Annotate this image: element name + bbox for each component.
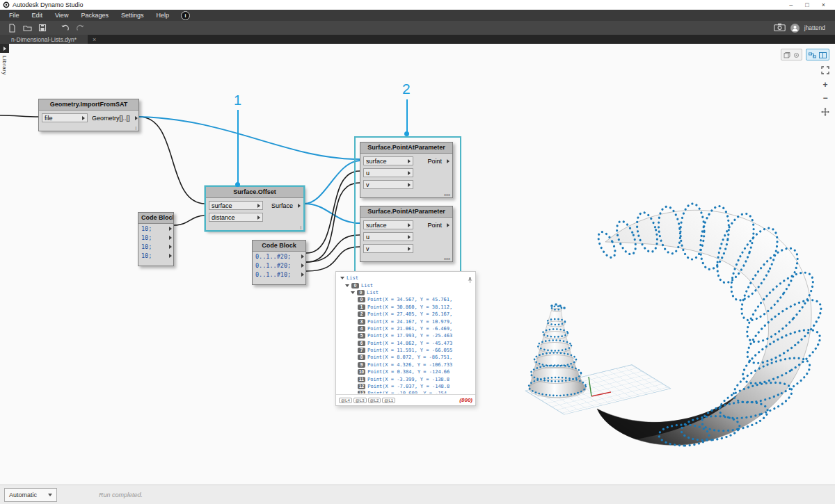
code-line[interactable]: 10; (138, 242, 173, 251)
port-arrow-icon[interactable] (408, 235, 411, 239)
geometry-preview-button[interactable] (784, 49, 790, 61)
port-arrow-icon[interactable] (169, 236, 172, 240)
level-tag[interactable]: @L4 (339, 398, 352, 403)
list-sublist[interactable]: 0List (339, 289, 472, 296)
node-header[interactable]: Surface.Offset (206, 187, 303, 198)
wire-offset-to-pap1-surface[interactable] (304, 161, 360, 204)
menu-packages[interactable]: Packages (74, 12, 115, 19)
lacing-indicator[interactable]: xxx (444, 257, 450, 261)
lacing-indicator[interactable]: | (135, 126, 136, 130)
port-arrow-icon[interactable] (301, 273, 304, 277)
new-file-button[interactable] (4, 22, 19, 33)
node-code-block-a[interactable]: Code Block 10; 10; 10; 10; (138, 212, 174, 266)
level-tag[interactable]: @L2 (368, 398, 381, 403)
node-header[interactable]: Surface.PointAtParameter (360, 206, 452, 218)
port-arrow-icon[interactable] (135, 116, 138, 120)
input-port-u[interactable]: u (363, 168, 413, 177)
open-file-button[interactable] (19, 22, 35, 33)
wire-into-file-input[interactable] (0, 115, 40, 117)
code-line[interactable]: 0..1..#20; (253, 252, 305, 261)
code-line[interactable]: 10; (138, 233, 173, 242)
wire-codeblock-to-pap2-u[interactable] (306, 235, 360, 262)
redo-button[interactable] (72, 22, 88, 33)
wire-geometry-to-pap1-surface[interactable] (139, 117, 360, 159)
output-port-geometry[interactable]: Geometry[]..[] (92, 113, 138, 122)
input-port-distance[interactable]: distance (209, 213, 263, 222)
wire-codeblock-to-pap1-v[interactable] (306, 183, 360, 262)
port-arrow-icon[interactable] (298, 204, 301, 208)
port-arrow-icon[interactable] (257, 204, 260, 208)
code-line[interactable]: 0..1..#10; (253, 270, 305, 279)
port-arrow-icon[interactable] (447, 159, 450, 163)
zoom-out-button[interactable]: − (820, 95, 830, 101)
preview-settings-button[interactable] (793, 49, 800, 61)
code-line[interactable]: 0..1..#20; (253, 261, 305, 270)
info-icon[interactable]: i (181, 11, 190, 20)
split-view-button[interactable] (819, 49, 827, 61)
port-arrow-icon[interactable] (169, 254, 172, 258)
node-surface-offset[interactable]: Surface.Offset surface distance Surface (205, 186, 304, 231)
output-port-surface[interactable]: Surface (271, 201, 301, 210)
maximize-button[interactable]: □ (805, 0, 809, 10)
port-arrow-icon[interactable] (408, 171, 411, 175)
minimize-button[interactable]: – (789, 0, 793, 10)
port-arrow-icon[interactable] (301, 254, 304, 259)
zoom-in-button[interactable]: + (820, 81, 830, 88)
user-avatar[interactable] (790, 24, 800, 33)
wire-offset-to-pap2-surface[interactable] (304, 204, 360, 223)
input-port-v[interactable]: v (363, 180, 413, 189)
menu-view[interactable]: View (49, 12, 74, 19)
port-arrow-icon[interactable] (408, 159, 411, 163)
library-label[interactable]: Library (1, 56, 8, 75)
input-port-surface[interactable]: surface (363, 220, 413, 229)
close-button[interactable]: × (822, 0, 825, 10)
port-arrow-icon[interactable] (169, 245, 172, 249)
port-arrow-icon[interactable] (447, 223, 450, 227)
menu-file[interactable]: File (3, 12, 26, 19)
pan-button[interactable] (820, 108, 830, 117)
node-geometry-importfromsat[interactable]: Geometry.ImportFromSAT file Geometry[]..… (38, 99, 139, 131)
run-mode-dropdown[interactable]: Automatic (4, 488, 57, 502)
node-surface-pointatparameter-2[interactable]: Surface.PointAtParameter surface u v Poi… (360, 206, 453, 262)
menu-edit[interactable]: Edit (26, 12, 49, 19)
annotation-1[interactable]: 1 (234, 92, 241, 108)
wire-codeblock-to-pap1-u[interactable] (306, 171, 360, 253)
port-arrow-icon[interactable] (82, 116, 85, 120)
node-header[interactable]: Surface.PointAtParameter (360, 143, 452, 154)
node-header[interactable]: Code Block (138, 213, 173, 224)
node-code-block-b[interactable]: Code Block 0..1..#20; 0..1..#20; 0..1..#… (252, 240, 306, 285)
node-surface-pointatparameter-1[interactable]: Surface.PointAtParameter surface u v Poi… (360, 142, 453, 198)
fit-view-button[interactable] (820, 66, 830, 75)
username-label[interactable]: jhattend (804, 24, 825, 31)
undo-button[interactable] (57, 22, 72, 33)
list-sublist[interactable]: 0List (339, 282, 472, 288)
wire-codeblock-to-pap2-v[interactable] (306, 247, 360, 271)
code-line[interactable]: 10; (138, 251, 173, 260)
wire-geometry-to-offset-surface[interactable] (139, 117, 205, 204)
graph-canvas[interactable]: Library Geometry.ImportFromSAT file Geom… (0, 44, 835, 485)
graph-view-button[interactable] (809, 49, 816, 61)
save-button[interactable] (35, 22, 50, 33)
output-port-point[interactable]: Point (427, 156, 450, 165)
wire-codeblock-to-distance[interactable] (174, 216, 205, 225)
level-tag[interactable]: @L3 (353, 398, 367, 403)
input-port-surface[interactable]: surface (209, 201, 263, 210)
port-arrow-icon[interactable] (257, 216, 260, 220)
library-expand-button[interactable] (0, 44, 9, 53)
port-arrow-icon[interactable] (301, 263, 304, 268)
port-arrow-icon[interactable] (169, 227, 172, 231)
annotation-2[interactable]: 2 (402, 81, 411, 97)
tab-close-icon[interactable]: × (88, 35, 101, 44)
port-arrow-icon[interactable] (408, 247, 411, 251)
menu-settings[interactable]: Settings (115, 12, 150, 19)
input-port-v[interactable]: v (363, 244, 413, 253)
level-tag[interactable]: @L1 (382, 398, 395, 403)
menu-help[interactable]: Help (150, 12, 175, 19)
node-output-preview[interactable]: List 0List 0List 0Point(X = 34.567, Y = … (335, 271, 476, 406)
port-arrow-icon[interactable] (408, 223, 411, 227)
output-port-point[interactable]: Point (427, 220, 450, 229)
node-header[interactable]: Code Block (253, 241, 305, 252)
port-arrow-icon[interactable] (408, 183, 411, 187)
input-port-file[interactable]: file (42, 113, 88, 122)
node-header[interactable]: Geometry.ImportFromSAT (39, 99, 138, 111)
